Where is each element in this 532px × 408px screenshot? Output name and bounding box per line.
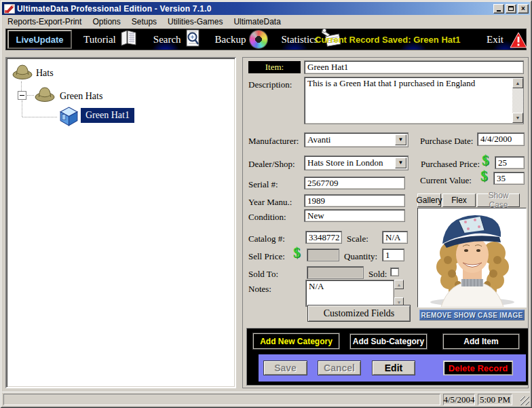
sell-price-label: Sell Price: xyxy=(248,251,285,262)
backup-button[interactable]: Backup xyxy=(215,34,246,45)
tree-connector xyxy=(22,117,57,117)
title-bar: UltimateData Professional Edition - Vers… xyxy=(2,2,530,15)
record-buttons-strip: Save Cancel Edit Delete Record xyxy=(259,354,526,382)
customized-fields-button[interactable]: Customized Fields xyxy=(307,305,411,322)
catalog-field[interactable]: 3348772 xyxy=(305,231,342,244)
dealer-shop-combo[interactable]: Hats Store in London ▼ xyxy=(304,155,408,170)
description-label: Description: xyxy=(248,79,292,90)
magnifier-document-icon[interactable] xyxy=(185,29,200,50)
exit-button[interactable]: Exit xyxy=(487,34,504,45)
scroll-up-icon[interactable]: ▲ xyxy=(512,78,523,88)
quantity-field[interactable]: 1 xyxy=(382,248,404,261)
scroll-down-icon[interactable]: ▼ xyxy=(512,113,523,123)
menu-bar: Reports-Export-Print Options Setups Util… xyxy=(2,16,530,28)
current-value-field[interactable]: 35 xyxy=(493,172,525,185)
hat-icon xyxy=(12,62,33,84)
app-window: UltimateData Professional Edition - Vers… xyxy=(0,0,532,408)
sold-to-field[interactable] xyxy=(307,266,364,279)
tree-connector xyxy=(27,95,34,96)
tutorial-button[interactable]: Tutorial xyxy=(83,34,116,45)
tree-node-green-hat1[interactable]: Green Hat1 xyxy=(81,108,134,123)
serial-field[interactable]: 2567709 xyxy=(304,177,405,189)
add-sub-category-button[interactable]: Add Sub-Category xyxy=(350,334,427,349)
purchased-price-field[interactable]: 25 xyxy=(495,156,525,169)
delete-record-button[interactable]: Delete Record xyxy=(443,360,513,375)
description-field[interactable]: This is a Green Hat that I purchased in … xyxy=(304,77,524,124)
tab-show-case[interactable]: Show Case xyxy=(477,193,520,207)
quantity-label: Quantity: xyxy=(344,251,377,262)
window-controls: × xyxy=(493,4,529,14)
tab-flex[interactable]: Flex xyxy=(442,193,476,207)
liveupdate-button[interactable]: LiveUpdate xyxy=(7,30,72,49)
condition-field[interactable]: New xyxy=(304,209,405,222)
warning-triangle-icon[interactable] xyxy=(510,32,527,51)
book-icon[interactable] xyxy=(119,30,137,49)
resize-grip[interactable] xyxy=(520,396,529,405)
save-button[interactable]: Save xyxy=(263,360,307,375)
tree-connector xyxy=(22,100,22,117)
sold-to-label: Sold To: xyxy=(248,269,278,280)
purchase-date-field[interactable]: 4/4/2000 xyxy=(477,132,525,146)
catalog-label: Catalog #: xyxy=(248,234,285,244)
menu-ultimatedata[interactable]: UltimateData xyxy=(228,16,286,27)
close-button[interactable]: × xyxy=(518,4,529,14)
show-case-photo xyxy=(417,208,527,308)
menu-utilities-games[interactable]: Utilities-Games xyxy=(162,16,228,27)
year-manu-label: Year Manu.: xyxy=(248,197,292,208)
dealer-shop-value: Hats Store in London xyxy=(307,157,383,168)
sell-price-field[interactable] xyxy=(307,248,339,261)
manufacturer-combo[interactable]: Avanti ▼ xyxy=(304,132,408,147)
minimize-icon xyxy=(497,10,501,12)
hat-icon xyxy=(34,84,56,106)
statistics-button[interactable]: Statistics xyxy=(281,34,318,45)
year-manu-field[interactable]: 1989 xyxy=(304,194,405,207)
notes-field[interactable]: N/A xyxy=(305,280,394,307)
scale-label: Scale: xyxy=(347,234,368,244)
category-tree: Hats Green Hats Green Hat1 xyxy=(5,57,236,388)
condition-label: Condition: xyxy=(248,212,286,223)
sold-label: Sold: xyxy=(368,269,387,280)
edit-button[interactable]: Edit xyxy=(372,360,415,375)
toolbar: LiveUpdate Tutorial Search Backup Statis… xyxy=(5,29,527,50)
dealer-shop-label: Dealer/Shop: xyxy=(248,159,295,170)
minimize-button[interactable] xyxy=(493,4,504,14)
dollar-icon: $ xyxy=(482,153,489,168)
tree-node-hats[interactable]: Hats xyxy=(36,68,54,79)
status-time: 5:00 PM xyxy=(478,394,512,405)
item-field[interactable]: Green Hat1 xyxy=(304,60,524,74)
add-item-button[interactable]: Add Item xyxy=(443,334,519,349)
cancel-button[interactable]: Cancel xyxy=(318,360,361,375)
chevron-down-icon[interactable]: ▼ xyxy=(395,134,406,145)
sold-checkbox[interactable] xyxy=(390,267,399,276)
window-title: UltimateData Professional Edition - Vers… xyxy=(17,4,493,14)
menu-reports-export-print[interactable]: Reports-Export-Print xyxy=(2,16,87,27)
chevron-down-icon[interactable]: ▼ xyxy=(395,157,406,168)
remove-show-case-image-button[interactable]: REMOVE SHOW CASE IMAGE xyxy=(419,310,525,320)
dollar-icon: $ xyxy=(293,246,301,260)
app-icon xyxy=(4,4,15,14)
scroll-up-icon[interactable]: ▲ xyxy=(394,280,404,289)
add-new-category-button[interactable]: Add New Category xyxy=(253,333,339,349)
notes-scrollbar[interactable]: ▲ ▼ xyxy=(394,280,404,307)
cd-disc-icon[interactable] xyxy=(250,31,267,48)
current-value-label: Current Value: xyxy=(420,175,472,186)
maximize-button[interactable] xyxy=(506,4,516,14)
status-date: 4/5/2004 xyxy=(443,394,475,405)
item-label: Item: xyxy=(248,61,301,73)
tab-gallery[interactable]: Gallery xyxy=(417,193,441,207)
description-scrollbar[interactable]: ▲ ▼ xyxy=(512,78,523,123)
tree-node-green-hats[interactable]: Green Hats xyxy=(60,91,102,102)
menu-setups[interactable]: Setups xyxy=(126,16,162,27)
serial-label: Serial #: xyxy=(248,179,278,190)
manufacturer-label: Manufacturer: xyxy=(248,136,299,147)
status-message-panel xyxy=(3,394,440,405)
status-bar: 4/5/2004 5:00 PM xyxy=(2,392,530,406)
record-saved-status: Current Record Saved: Green Hat1 xyxy=(315,35,461,45)
menu-options[interactable]: Options xyxy=(87,16,126,27)
collapse-toggle[interactable] xyxy=(18,91,26,100)
cube-icon xyxy=(58,106,79,130)
dollar-icon: $ xyxy=(480,169,488,183)
scale-field[interactable]: N/A xyxy=(382,231,408,244)
purchased-price-label: Purchased Price: xyxy=(421,159,480,170)
search-button[interactable]: Search xyxy=(153,34,181,45)
